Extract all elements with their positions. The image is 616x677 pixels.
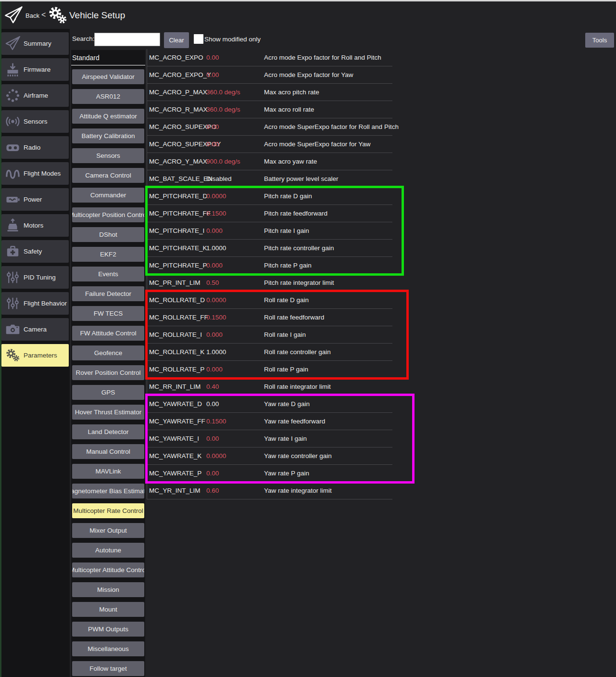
parameter-value: 0.1500 xyxy=(206,314,264,321)
sidebar-item-flight-behavior[interactable]: Flight Behavior xyxy=(1,292,69,315)
parameter-name: MC_ROLLRATE_FF xyxy=(147,314,206,321)
sidebar-item-summary[interactable]: Summary xyxy=(1,32,69,55)
parameter-row-mc_rollrate_d[interactable]: MC_ROLLRATE_D0.0000Roll rate D gain xyxy=(147,292,392,309)
category-button-multicopter-attitude-control[interactable]: Multicopter Attitude Control xyxy=(72,562,144,577)
category-button-pwm-outputs[interactable]: PWM Outputs xyxy=(72,622,144,637)
category-button-airspeed-validator[interactable]: Airspeed Validator xyxy=(72,69,144,84)
sidebar-item-radio[interactable]: Radio xyxy=(1,136,69,159)
category-button-hover-thrust-estimator[interactable]: Hover Thrust Estimator xyxy=(72,405,144,420)
sidebar-item-camera[interactable]: Camera xyxy=(1,318,69,341)
parameter-description: Yaw rate D gain xyxy=(264,400,392,408)
category-button-battery-calibration[interactable]: Battery Calibration xyxy=(72,128,144,143)
parameter-row-mc_yawrate_ff[interactable]: MC_YAWRATE_FF0.1500Yaw rate feedforward xyxy=(147,413,392,430)
sidebar-item-power[interactable]: Power xyxy=(1,188,69,211)
category-button-fw-tecs[interactable]: FW TECS xyxy=(72,306,144,321)
category-button-mavlink[interactable]: MAVLink xyxy=(72,464,144,479)
category-group-underline xyxy=(71,65,145,65)
parameter-row-mc_yawrate_k[interactable]: MC_YAWRATE_K0.0000Yaw rate controller ga… xyxy=(147,447,392,465)
parameter-row-mc_acro_p_max[interactable]: MC_ACRO_P_MAX360.0 deg/sMax acro pitch r… xyxy=(147,84,392,101)
parameter-row-mc_yawrate_d[interactable]: MC_YAWRATE_D0.00Yaw rate D gain xyxy=(147,396,392,413)
show-modified-checkbox[interactable] xyxy=(194,34,203,44)
parameter-row-mc_yawrate_p[interactable]: MC_YAWRATE_P0.00Yaw rate P gain xyxy=(147,465,392,482)
parameter-row-mc_rollrate_k[interactable]: MC_ROLLRATE_K1.0000Roll rate controller … xyxy=(147,344,392,361)
parameter-row-mc_acro_y_max[interactable]: MC_ACRO_Y_MAX900.0 deg/sMax acro yaw rat… xyxy=(147,153,392,170)
parameter-description: Pitch rate I gain xyxy=(264,227,392,234)
parameter-value: 0.00 xyxy=(206,54,264,61)
parameter-description: Acro mode Expo factor for Yaw xyxy=(264,71,392,78)
clear-button[interactable]: Clear xyxy=(164,32,189,48)
category-button-mixer-output[interactable]: Mixer Output xyxy=(72,523,144,538)
sidebar-item-motors[interactable]: Motors xyxy=(1,214,69,237)
tools-button[interactable]: Tools xyxy=(585,33,614,48)
parameter-row-mc_acro_supexpoy[interactable]: MC_ACRO_SUPEXPOY0.00Acro mode SuperExpo … xyxy=(147,136,392,153)
search-input[interactable] xyxy=(94,33,160,46)
category-button-fw-attitude-control[interactable]: FW Attitude Control xyxy=(72,326,144,341)
sidebar-item-sensors[interactable]: Sensors xyxy=(1,110,69,133)
parameter-row-mc_pitchrate_k[interactable]: MC_PITCHRATE_K1.0000Pitch rate controlle… xyxy=(147,240,392,257)
parameter-row-mc_rollrate_p[interactable]: MC_ROLLRATE_P0.000Roll rate P gain xyxy=(147,361,392,378)
sidebar-item-airframe[interactable]: Airframe xyxy=(1,84,69,107)
sidebar-item-firmware[interactable]: Firmware xyxy=(1,58,69,81)
parameter-description: Yaw rate P gain xyxy=(264,470,392,477)
parameter-row-mc_pr_int_lim[interactable]: MC_PR_INT_LIM0.50Pitch rate integrator l… xyxy=(147,274,392,292)
category-button-land-detector[interactable]: Land Detector xyxy=(72,424,144,439)
category-button-attitude-q-estimator[interactable]: Attitude Q estimator xyxy=(72,109,144,124)
parameter-value: 0.00 xyxy=(206,141,264,148)
parameter-value: 0.00 xyxy=(206,435,264,442)
parameter-row-mc_acro_supexpo[interactable]: MC_ACRO_SUPEXPO0.00Acro mode SuperExpo f… xyxy=(147,118,392,136)
category-button-multicopter-position-control[interactable]: Multicopter Position Control xyxy=(72,207,144,222)
parameter-row-mc_rollrate_i[interactable]: MC_ROLLRATE_I0.000Roll rate I gain xyxy=(147,326,392,344)
parameter-name: MC_YAWRATE_I xyxy=(147,435,206,442)
parameter-row-mc_bat_scale_en[interactable]: MC_BAT_SCALE_ENDisabledBattery power lev… xyxy=(147,170,392,188)
sidebar-item-label: Firmware xyxy=(24,66,50,73)
parameter-row-mc_acro_r_max[interactable]: MC_ACRO_R_MAX360.0 deg/sMax acro roll ra… xyxy=(147,101,392,118)
search-label: Search: xyxy=(72,35,95,42)
parameter-row-mc_rollrate_ff[interactable]: MC_ROLLRATE_FF0.1500Roll rate feedforwar… xyxy=(147,309,392,326)
category-button-miscellaneous[interactable]: Miscellaneous xyxy=(72,641,144,656)
category-button-geofence[interactable]: Geofence xyxy=(72,345,144,360)
category-button-commander[interactable]: Commander xyxy=(72,188,144,203)
category-button-sensors[interactable]: Sensors xyxy=(72,148,144,163)
category-button-autotune[interactable]: Autotune xyxy=(72,543,144,558)
sidebar-item-flight-modes[interactable]: Flight Modes xyxy=(1,162,69,185)
parameter-name: MC_ACRO_P_MAX xyxy=(147,89,206,96)
category-button-mission[interactable]: Mission xyxy=(72,582,144,597)
category-button-gps[interactable]: GPS xyxy=(72,385,144,400)
parameter-value: Disabled xyxy=(206,175,264,182)
radio-icon xyxy=(1,140,24,155)
category-button-follow-target[interactable]: Follow target xyxy=(72,661,144,676)
back-button[interactable]: Back xyxy=(25,12,39,19)
parameter-value: 360.0 deg/s xyxy=(206,89,264,96)
camera-icon xyxy=(1,321,24,337)
category-button-asr012[interactable]: ASR012 xyxy=(72,89,144,104)
category-button-multicopter-rate-control[interactable]: Multicopter Rate Control xyxy=(72,503,144,518)
sidebar-item-parameters[interactable]: Parameters xyxy=(1,344,69,367)
category-group-header: Standard xyxy=(72,54,145,62)
category-button-failure-detector[interactable]: Failure Detector xyxy=(72,286,144,301)
parameter-description: Yaw rate feedforward xyxy=(264,418,392,425)
parameter-row-mc_acro_expo[interactable]: MC_ACRO_EXPO0.00Acro mode Expo factor fo… xyxy=(147,49,392,66)
category-button-camera-control[interactable]: Camera Control xyxy=(72,168,144,183)
parameter-row-mc_acro_expo_y[interactable]: MC_ACRO_EXPO_Y0.00Acro mode Expo factor … xyxy=(147,66,392,84)
category-button-manual-control[interactable]: Manual Control xyxy=(72,444,144,459)
sidebar-item-pid-tuning[interactable]: PID Tuning xyxy=(1,266,69,289)
parameter-row-mc_pitchrate_i[interactable]: MC_PITCHRATE_I0.000Pitch rate I gain xyxy=(147,222,392,240)
breadcrumb-chevron: < xyxy=(41,11,46,19)
category-button-mount[interactable]: Mount xyxy=(72,602,144,617)
parameter-name: MC_PITCHRATE_P xyxy=(147,262,206,269)
parameter-row-mc_rr_int_lim[interactable]: MC_RR_INT_LIM0.40Roll rate integrator li… xyxy=(147,378,392,396)
category-button-events[interactable]: Events xyxy=(72,267,144,281)
safety-icon xyxy=(1,243,24,259)
category-button-dshot[interactable]: DShot xyxy=(72,227,144,242)
parameter-value: 0.50 xyxy=(206,279,264,286)
sidebar-item-label: Camera xyxy=(24,326,47,333)
category-button-ekf2[interactable]: EKF2 xyxy=(72,247,144,262)
sidebar-item-safety[interactable]: Safety xyxy=(1,240,69,263)
parameter-row-mc_pitchrate_p[interactable]: MC_PITCHRATE_P0.000Pitch rate P gain xyxy=(147,257,392,274)
category-button-magnetometer-bias-estimator[interactable]: Magnetometer Bias Estimator xyxy=(72,484,144,498)
category-button-rover-position-control[interactable]: Rover Position Control xyxy=(72,365,144,380)
parameter-row-mc_pitchrate_ff[interactable]: MC_PITCHRATE_FF0.1500Pitch rate feedforw… xyxy=(147,205,392,222)
parameter-row-mc_pitchrate_d[interactable]: MC_PITCHRATE_D0.0000Pitch rate D gain xyxy=(147,188,392,205)
parameter-row-mc_yawrate_i[interactable]: MC_YAWRATE_I0.00Yaw rate I gain xyxy=(147,430,392,447)
parameter-row-mc_yr_int_lim[interactable]: MC_YR_INT_LIM0.60Yaw rate integrator lim… xyxy=(147,482,392,499)
